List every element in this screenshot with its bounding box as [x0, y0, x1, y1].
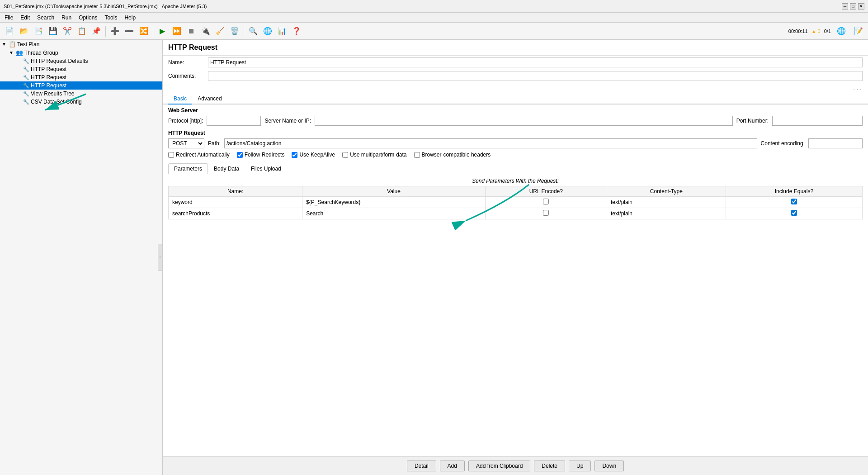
comments-row: Comments: [163, 69, 868, 83]
new-button[interactable]: 📄 [3, 24, 16, 38]
multipart-checkbox[interactable]: Use multipart/form-data [342, 152, 406, 158]
sidebar-item-csv-config[interactable]: 🔧 CSV Data Set Config [0, 98, 162, 106]
col-url-encode: URL Encode? [485, 186, 607, 197]
remote-button[interactable]: 🌐 [835, 24, 848, 38]
test-plan-icon: 📋 [9, 41, 16, 48]
sidebar-item-test-plan[interactable]: ▼ 📋 Test Plan [0, 40, 162, 48]
start-button[interactable]: ▶ [156, 24, 169, 38]
follow-redirects-checkbox[interactable]: Follow Redirects [237, 152, 285, 158]
menu-help[interactable]: Help [122, 14, 138, 22]
content-area: HTTP Request Name: Comments: ... Basic A… [163, 40, 868, 475]
include-checkbox-2[interactable] [791, 210, 797, 216]
menu-tools[interactable]: Tools [102, 14, 120, 22]
path-input[interactable] [224, 138, 757, 148]
sidebar-item-view-results[interactable]: 🔧 View Results Tree [0, 90, 162, 98]
detail-button[interactable]: Detail [407, 461, 436, 471]
sidebar-item-http-request-1[interactable]: 🔧 HTTP Request [0, 65, 162, 73]
params-table-container: Name: Value URL Encode? Content-Type Inc… [163, 186, 868, 219]
start-no-pauses-button[interactable]: ⏩ [170, 24, 184, 38]
protocol-input[interactable] [207, 116, 261, 126]
content-inner: HTTP Request Name: Comments: ... Basic A… [163, 40, 868, 242]
menu-run[interactable]: Run [59, 14, 74, 22]
save-templates-button[interactable]: 📑 [32, 24, 45, 38]
sidebar-item-label: Thread Group [24, 50, 58, 56]
copy-button[interactable]: 📋 [75, 24, 89, 38]
up-button[interactable]: Up [569, 461, 591, 471]
paste-button[interactable]: 📌 [90, 24, 103, 38]
path-label: Path: [208, 140, 221, 147]
param-include-1 [726, 197, 862, 208]
log-button[interactable]: 📝 [852, 24, 865, 38]
menu-edit[interactable]: Edit [18, 14, 33, 22]
tab-body-data[interactable]: Body Data [208, 163, 245, 174]
method-select[interactable]: POST GET PUT DELETE PATCH HEAD OPTIONS [168, 138, 204, 148]
table-button[interactable]: 📊 [275, 24, 289, 38]
tab-basic[interactable]: Basic [168, 94, 192, 104]
down-button[interactable]: Down [594, 461, 624, 471]
http-defaults-icon: 🔧 [23, 58, 29, 64]
expand-button[interactable]: ➕ [108, 24, 122, 38]
name-row: Name: [163, 56, 868, 69]
toggle-button[interactable]: 🔀 [137, 24, 151, 38]
name-input[interactable] [208, 57, 863, 67]
server-input[interactable] [315, 116, 733, 126]
col-value: Value [302, 186, 485, 197]
tab-files-upload[interactable]: Files Upload [245, 163, 287, 174]
http-request-1-icon: 🔧 [23, 66, 29, 72]
sidebar-item-http-defaults[interactable]: 🔧 HTTP Request Defaults [0, 57, 162, 65]
tab-parameters[interactable]: Parameters [168, 163, 208, 174]
http-request-2-icon: 🔧 [23, 75, 29, 81]
menu-file[interactable]: File [2, 14, 16, 22]
save-button[interactable]: 💾 [46, 24, 60, 38]
sidebar-item-http-request-2[interactable]: 🔧 HTTP Request [0, 73, 162, 81]
browser-headers-checkbox[interactable]: Browser-compatible headers [414, 152, 491, 158]
help-toolbar-button[interactable]: ❓ [290, 24, 303, 38]
delete-button[interactable]: Delete [534, 461, 565, 471]
sidebar-item-thread-group[interactable]: ▼ 👥 Thread Group [0, 48, 162, 57]
close-button[interactable]: ✕ [858, 3, 864, 10]
stop-button[interactable]: ⏹ [184, 24, 198, 38]
col-name: Name: [169, 186, 302, 197]
params-table: Name: Value URL Encode? Content-Type Inc… [168, 186, 863, 219]
search-toolbar-button[interactable]: 🔍 [246, 24, 260, 38]
clear-all-button[interactable]: 🗑️ [228, 24, 241, 38]
add-button[interactable]: Add [440, 461, 465, 471]
window-controls: ─ □ ✕ [842, 3, 864, 10]
thread-group-icon: 👥 [16, 49, 23, 56]
open-button[interactable]: 📂 [17, 24, 31, 38]
warning-display: ▲ 0 [811, 28, 821, 34]
separator-1 [105, 26, 106, 37]
comments-input[interactable] [208, 71, 863, 81]
sidebar-collapse-handle[interactable]: ⋮ [158, 244, 162, 271]
collapse-button[interactable]: ➖ [123, 24, 136, 38]
comments-label: Comments: [168, 73, 204, 79]
urlencode-checkbox-1[interactable] [543, 199, 549, 204]
content-encoding-input[interactable] [808, 138, 863, 148]
menu-search[interactable]: Search [34, 14, 57, 22]
menu-options[interactable]: Options [76, 14, 100, 22]
sidebar-item-label: CSV Data Set Config [31, 99, 82, 105]
port-label: Port Number: [736, 118, 769, 124]
separator-3 [244, 26, 244, 37]
content-encoding-label: Content encoding: [761, 140, 805, 147]
col-include-equals: Include Equals? [726, 186, 862, 197]
shutdown-button[interactable]: 🔌 [199, 24, 212, 38]
tab-advanced[interactable]: Advanced [192, 94, 227, 104]
http-request-header: HTTP Request [163, 127, 868, 137]
port-input[interactable] [772, 116, 863, 126]
sidebar-item-label: View Results Tree [31, 90, 75, 97]
redirect-auto-checkbox[interactable]: Redirect Automatically [168, 152, 230, 158]
include-checkbox-1[interactable] [791, 199, 797, 204]
urlencode-checkbox-2[interactable] [543, 210, 549, 216]
dots-menu[interactable]: ... [163, 83, 868, 92]
maximize-button[interactable]: □ [850, 3, 856, 10]
cut-button[interactable]: ✂️ [61, 24, 74, 38]
minimize-button[interactable]: ─ [842, 3, 848, 10]
checkboxes-row: Redirect Automatically Follow Redirects … [163, 150, 868, 160]
use-keepalive-checkbox[interactable]: Use KeepAlive [292, 152, 335, 158]
remote-start-all-button[interactable]: 🌐 [261, 24, 274, 38]
param-value-1: ${P_SearchKeywords} [302, 197, 485, 208]
add-from-clipboard-button[interactable]: Add from Clipboard [468, 461, 530, 471]
clear-button[interactable]: 🧹 [213, 24, 227, 38]
sidebar-item-http-request-3[interactable]: 🔧 HTTP Request [0, 81, 162, 90]
